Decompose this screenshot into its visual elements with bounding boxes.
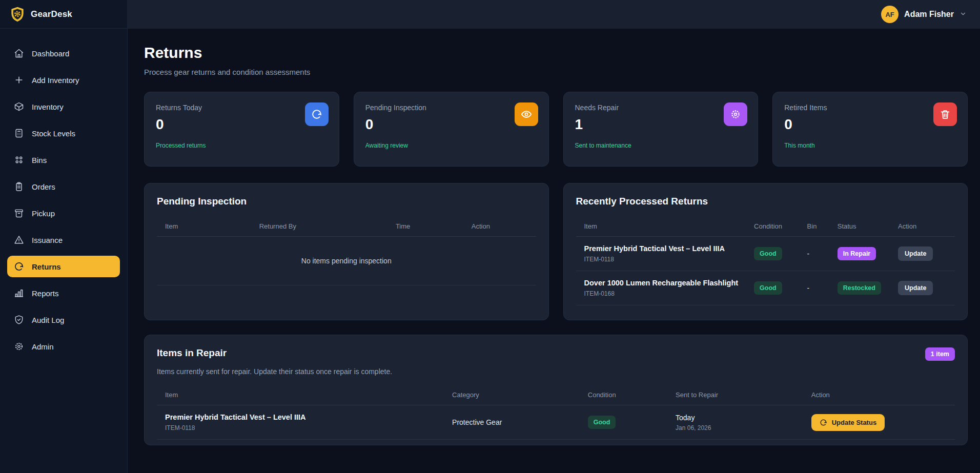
sidebar-nav: Dashboard Add Inventory Inventory Stock … bbox=[0, 29, 127, 360]
eye-icon bbox=[515, 102, 538, 126]
items-in-repair-table: Item Category Condition Sent to Repair A… bbox=[157, 387, 955, 440]
sidebar-item-label: Pickup bbox=[32, 209, 55, 218]
processed-returns-panel: Recently Processed Returns Item Conditio… bbox=[563, 183, 968, 320]
item-code: ITEM-0118 bbox=[165, 424, 452, 431]
col-sent-to-repair: Sent to Repair bbox=[676, 391, 811, 399]
item-name: Premier Hybrid Tactical Vest – Level III… bbox=[584, 244, 754, 253]
status-badge: In Repair bbox=[838, 247, 876, 260]
stat-card-needs-repair: Needs Repair 1 Sent to maintenance bbox=[563, 92, 759, 167]
shield-check-icon bbox=[14, 315, 24, 325]
item-code: ITEM-0168 bbox=[584, 290, 754, 297]
sidebar-item-pickup[interactable]: Pickup bbox=[7, 202, 120, 224]
stat-label: Pending Inspection bbox=[365, 104, 537, 112]
page-title: Returns bbox=[144, 44, 968, 61]
sidebar-item-label: Audit Log bbox=[32, 316, 64, 324]
avatar[interactable]: AF bbox=[881, 6, 899, 23]
sidebar-item-bins[interactable]: Bins bbox=[7, 149, 120, 171]
gear-icon bbox=[14, 341, 24, 352]
sidebar-item-orders[interactable]: Orders bbox=[7, 176, 120, 197]
bin-value: - bbox=[807, 284, 838, 292]
col-bin: Bin bbox=[807, 222, 838, 230]
sidebar-item-label: Orders bbox=[32, 182, 55, 191]
empty-state: No items pending inspection bbox=[157, 237, 536, 285]
stat-value: 0 bbox=[156, 116, 328, 133]
stat-value: 0 bbox=[784, 116, 956, 133]
table-header: Item Category Condition Sent to Repair A… bbox=[157, 387, 955, 405]
stat-card-retired-items: Retired Items 0 This month bbox=[772, 92, 968, 167]
content: Returns Process gear returns and conditi… bbox=[128, 29, 980, 473]
col-item: Item bbox=[157, 222, 259, 230]
calculator-icon bbox=[14, 128, 24, 138]
clipboard-icon bbox=[14, 181, 24, 192]
page-subtitle: Process gear returns and condition asses… bbox=[144, 68, 968, 76]
brand: GearDesk bbox=[0, 0, 127, 29]
item-name: Premier Hybrid Tactical Vest – Level III… bbox=[165, 413, 452, 421]
table-row: Premier Hybrid Tactical Vest – Level III… bbox=[576, 237, 955, 271]
table-row: Dover 1000 Lumen Rechargeable Flashlight… bbox=[576, 271, 955, 305]
chevron-down-icon[interactable] bbox=[959, 10, 967, 19]
stat-label: Retired Items bbox=[784, 104, 956, 112]
condition-badge: Good bbox=[754, 247, 782, 260]
sidebar-item-label: Returns bbox=[32, 262, 61, 271]
cube-icon bbox=[14, 101, 24, 112]
sidebar-item-label: Reports bbox=[32, 289, 59, 298]
category-value: Protective Gear bbox=[452, 418, 588, 426]
col-condition: Condition bbox=[588, 391, 676, 399]
items-in-repair-section: Items in Repair 1 item Items currently s… bbox=[144, 335, 968, 445]
alert-triangle-icon bbox=[14, 235, 24, 245]
bar-chart-icon bbox=[14, 288, 24, 298]
sidebar-item-label: Stock Levels bbox=[32, 129, 75, 138]
sidebar-item-reports[interactable]: Reports bbox=[7, 282, 120, 304]
update-button[interactable]: Update bbox=[898, 246, 933, 261]
item-name: Dover 1000 Lumen Rechargeable Flashlight bbox=[584, 279, 754, 287]
sidebar-item-label: Inventory bbox=[32, 102, 64, 111]
grid-dots-icon bbox=[14, 155, 24, 165]
repair-header: Items in Repair 1 item bbox=[157, 347, 955, 361]
stat-label: Needs Repair bbox=[575, 104, 747, 112]
col-action: Action bbox=[472, 222, 536, 230]
sidebar-item-returns[interactable]: Returns bbox=[7, 256, 120, 277]
col-time: Time bbox=[396, 222, 472, 230]
processed-returns-table: Item Condition Bin Status Action Premier… bbox=[576, 218, 955, 305]
col-category: Category bbox=[452, 391, 588, 399]
sidebar-item-admin[interactable]: Admin bbox=[7, 336, 120, 357]
update-status-label: Update Status bbox=[832, 419, 876, 426]
sidebar-item-issuance[interactable]: Issuance bbox=[7, 229, 120, 251]
sidebar-item-dashboard[interactable]: Dashboard bbox=[7, 43, 120, 64]
sidebar-item-label: Dashboard bbox=[32, 49, 69, 58]
sidebar: GearDesk Dashboard Add Inventory Invento… bbox=[0, 0, 128, 473]
status-badge: Restocked bbox=[838, 281, 881, 295]
count-badge: 1 item bbox=[925, 347, 955, 361]
pending-inspection-panel: Pending Inspection Item Returned By Time… bbox=[144, 183, 549, 320]
plus-icon bbox=[14, 75, 24, 85]
stat-sub: Sent to maintenance bbox=[575, 142, 747, 149]
condition-badge: Good bbox=[588, 416, 616, 429]
stat-sub: Processed returns bbox=[156, 142, 328, 149]
home-icon bbox=[14, 48, 24, 58]
sidebar-item-label: Bins bbox=[32, 156, 47, 164]
shield-logo-icon bbox=[9, 6, 26, 23]
sidebar-item-label: Admin bbox=[32, 342, 54, 351]
stat-cards: Returns Today 0 Processed returns Pendin… bbox=[144, 92, 968, 167]
table-header: Item Condition Bin Status Action bbox=[576, 218, 955, 237]
pending-inspection-table: Item Returned By Time Action No items pe… bbox=[157, 218, 536, 285]
topbar: AF Adam Fisher bbox=[128, 0, 980, 29]
sidebar-item-label: Add Inventory bbox=[32, 76, 79, 85]
col-item: Item bbox=[157, 391, 452, 399]
sidebar-item-stock-levels[interactable]: Stock Levels bbox=[7, 122, 120, 144]
app-root: GearDesk Dashboard Add Inventory Invento… bbox=[0, 0, 980, 473]
update-status-button[interactable]: Update Status bbox=[811, 414, 885, 431]
sidebar-item-inventory[interactable]: Inventory bbox=[7, 96, 120, 117]
sidebar-item-add-inventory[interactable]: Add Inventory bbox=[7, 69, 120, 91]
col-action: Action bbox=[898, 222, 955, 230]
sidebar-item-audit-log[interactable]: Audit Log bbox=[7, 309, 120, 331]
section-subtitle: Items currently sent for repair. Update … bbox=[157, 367, 955, 376]
sent-date-secondary: Jan 06, 2026 bbox=[676, 424, 811, 431]
trash-icon bbox=[933, 102, 957, 126]
col-status: Status bbox=[838, 222, 898, 230]
stat-card-returns-today: Returns Today 0 Processed returns bbox=[144, 92, 339, 167]
condition-badge: Good bbox=[754, 281, 782, 295]
user-name: Adam Fisher bbox=[904, 10, 954, 19]
item-code: ITEM-0118 bbox=[584, 256, 754, 263]
update-button[interactable]: Update bbox=[898, 281, 933, 295]
